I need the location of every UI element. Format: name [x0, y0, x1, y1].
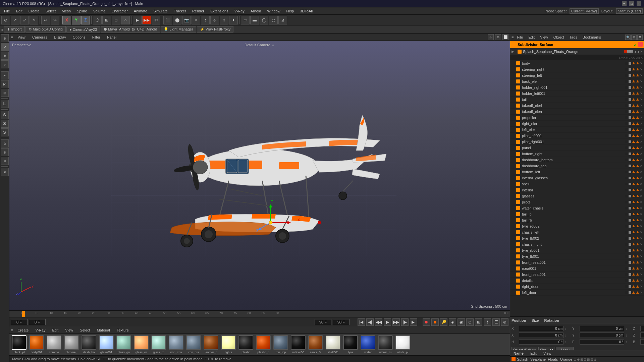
tree-item-tyre_lb001[interactable]: tyre_lb001 ✕ [510, 253, 644, 259]
vt-filter-menu[interactable]: Filter [90, 35, 102, 40]
material-item-iron_gra[interactable]: iron_gra [185, 335, 202, 354]
tree-item-takeoff_elerr[interactable]: takeoff_elerr ✕ [510, 109, 644, 115]
tool-poly-mode[interactable]: □ [112, 16, 120, 24]
menu-character[interactable]: Character [109, 8, 130, 14]
material-item-iron_cha[interactable]: iron_cha [168, 335, 184, 354]
rp-tags-menu[interactable]: Tags [568, 35, 579, 40]
end-frame-input[interactable] [315, 319, 331, 325]
tree-item-interior_glasses[interactable]: interior_glasses ✕ [510, 175, 644, 181]
pos-y-input[interactable] [580, 326, 624, 331]
menu-help[interactable]: Help [284, 8, 297, 14]
tool-sphere[interactable]: ⬤ [173, 16, 181, 24]
mat-create-menu[interactable]: Create [15, 327, 31, 333]
keyframe-sel-button[interactable]: ◈ [449, 318, 456, 326]
tree-item-right_door[interactable]: right_door ✕ [510, 284, 644, 290]
menu-3dtoall[interactable]: 3DToAll [297, 8, 315, 14]
material-item-plastic[interactable]: plastic [237, 335, 254, 354]
tree-item-glasses[interactable]: glasses ✕ [510, 193, 644, 199]
ls-sculpt[interactable]: ⊛ [1, 148, 9, 156]
play-button[interactable]: ▶ [384, 318, 391, 326]
tool-cube[interactable]: ⬛ [163, 16, 172, 24]
tool-camera[interactable]: 📷 [182, 16, 191, 24]
ls-move-tool[interactable]: ↗ [1, 43, 9, 51]
tree-item-tyre_lb002[interactable]: tyre_lb002 ✕ [510, 235, 644, 241]
rp-view-menu[interactable]: View [538, 35, 550, 40]
cinemalvray-button[interactable]: ● CinemaVray23 [66, 26, 100, 33]
menu-edit[interactable]: Edit [13, 8, 25, 14]
tool-deformer[interactable]: ⥉ [220, 16, 228, 24]
layers-name-tab[interactable]: Name [512, 351, 526, 356]
tool-scale[interactable]: ⤢ [20, 16, 29, 24]
tree-item-pilot_left001[interactable]: pilot_left001 ✕ [510, 133, 644, 139]
autokey-button[interactable]: ⏺ [431, 318, 439, 326]
vt-display-menu[interactable]: Display [52, 35, 68, 40]
tool-rotate[interactable]: ↻ [30, 16, 38, 24]
tool-effector[interactable]: ✦ [229, 16, 238, 24]
material-item-shell001[interactable]: shell001 [325, 335, 341, 354]
tool-object-mode[interactable]: ○ [121, 16, 130, 24]
motion-button[interactable]: ⊙ [466, 318, 474, 326]
rp-settings[interactable]: ⚙ [637, 35, 643, 40]
close-button[interactable]: × [637, 1, 641, 6]
tool-render-view[interactable]: ▶ [133, 16, 142, 24]
size-z-input[interactable] [640, 333, 644, 338]
ls-more[interactable]: ⊘ [1, 168, 9, 176]
tool-floor[interactable]: ▭ [241, 16, 250, 24]
tree-item-shell[interactable]: shell ✕ [510, 181, 644, 187]
3d-viewport[interactable]: Perspective Default Camera ☆ Grid Spacin… [9, 41, 510, 310]
rp-toggle[interactable]: ≡ [512, 35, 514, 39]
layers-view-tab[interactable]: View [541, 351, 553, 356]
rot-b-input[interactable] [640, 339, 644, 345]
material-item-glass_gn[interactable]: glass_gn [115, 335, 132, 354]
import-button[interactable]: ⬇ Import [4, 26, 24, 33]
material-item-dash_bo[interactable]: dash_bo [80, 335, 97, 354]
ls-selection-tool[interactable]: ⊕ [1, 34, 9, 42]
tool-nurbs[interactable]: ⊹ [210, 16, 219, 24]
material-item-chrome[interactable]: chrome [46, 335, 62, 354]
material-item-glass_to[interactable]: glass_to [150, 335, 167, 354]
tree-item-panel[interactable]: panel ✕ [510, 145, 644, 151]
ls-bridge[interactable]: ⋈ [1, 80, 9, 88]
ls-knife[interactable]: ✂ [1, 71, 9, 79]
timeline-button[interactable]: ⊞ [475, 318, 482, 326]
tree-item-pilot_right001[interactable]: pilot_right001 ✕ [510, 139, 644, 145]
layer-button[interactable]: ☰ [492, 318, 500, 326]
ls-s3-tool[interactable]: S [1, 128, 9, 136]
tool-tag[interactable]: ⊿ [278, 16, 287, 24]
layers-edit-tab[interactable]: Edit [528, 351, 539, 356]
record-button[interactable]: ⏺ [423, 318, 430, 326]
vp-icon-fullscreen[interactable]: ⬜ [502, 34, 508, 40]
tree-item-tail_lb[interactable]: tail_lb ✕ [510, 211, 644, 217]
ls-s-tool[interactable]: S [1, 111, 9, 119]
tool-sky[interactable]: ◯ [260, 16, 268, 24]
mat-texture-menu[interactable]: Texture [115, 327, 131, 333]
tree-item-takeoff_elerI[interactable]: takeoff_elerI ✕ [510, 103, 644, 109]
material-item-tyre[interactable]: tyre [342, 335, 359, 354]
tree-item-rseat001[interactable]: rseat001 ✕ [510, 265, 644, 272]
tree-item-holder_left001[interactable]: holder_left001 ✕ [510, 90, 644, 97]
tree-item-pilots[interactable]: pilots ✕ [510, 199, 644, 205]
tool-background[interactable]: ▬ [250, 16, 259, 24]
material-item-body001[interactable]: body001 [28, 335, 45, 354]
step-back-button[interactable]: ◀| [366, 318, 374, 326]
material-item-seats_M[interactable]: seats_M [307, 335, 324, 354]
layer-item[interactable]: Splash_Seaplane_Floats_Orange ⊙ ⊕ ⊞ ⊠ ⊟ … [512, 357, 596, 361]
ls-paint[interactable]: ⊜ [1, 157, 9, 165]
step-forward-button[interactable]: |▶ [401, 318, 409, 326]
mat-vray-menu[interactable]: V-Ray [33, 327, 47, 333]
size-y-input[interactable] [580, 333, 624, 338]
ls-deform[interactable]: ⊙ [1, 139, 9, 147]
rot-h-input[interactable] [519, 339, 564, 345]
vt-cameras-menu[interactable]: Cameras [30, 35, 49, 40]
material-item-rubber00[interactable]: rubber00 [290, 335, 307, 354]
rp-edit-menu[interactable]: Edit [526, 35, 537, 40]
ls-l-tool[interactable]: L [1, 100, 9, 108]
tree-item-back_eler[interactable]: back_eler ✕ [510, 78, 644, 84]
play-reverse-button[interactable]: ◀◀ [375, 318, 382, 326]
tree-item-front_rseat001[interactable]: front_rseat001 ✕ [510, 272, 644, 278]
menu-animate[interactable]: Animate [131, 8, 150, 14]
tree-item-body[interactable]: body ✕ [510, 60, 644, 66]
menu-select[interactable]: Select [43, 8, 59, 14]
menu-arnold[interactable]: Arnold [248, 8, 264, 14]
node-space-value[interactable]: Current (V-Ray) [570, 8, 599, 14]
